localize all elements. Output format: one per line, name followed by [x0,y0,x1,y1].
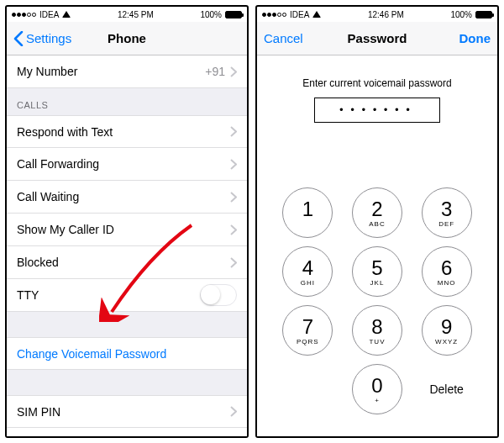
row-label: SIM PIN [17,405,230,419]
row-call-forwarding[interactable]: Call Forwarding [7,148,247,181]
row-blocked[interactable]: Blocked [7,246,247,279]
row-label: TTY [17,288,200,302]
row-label: Call Waiting [17,190,230,203]
key-3[interactable]: 3DEF [422,187,472,238]
nav-bar: Settings Phone [7,22,247,55]
key-2[interactable]: 2ABC [352,187,402,238]
tty-toggle[interactable] [200,284,237,306]
password-content: Enter current voicemail password •••••••… [257,55,497,436]
password-mask: ••••••• [339,104,417,116]
row-label: Show My Caller ID [17,223,230,236]
key-5[interactable]: 5JKL [352,246,402,297]
key-6[interactable]: 6MNO [422,246,472,297]
row-sim-applications[interactable]: SIM Applications [7,428,247,436]
row-label: Respond with Text [17,125,230,139]
row-change-voicemail-password[interactable]: Change Voicemail Password [7,337,247,370]
carrier-label: IDEA [39,10,59,19]
chevron-right-icon [230,224,237,235]
key-delete[interactable]: Delete [422,364,472,414]
battery-icon [475,11,492,18]
key-1[interactable]: 1 [282,187,333,238]
signal-icon [12,13,36,17]
chevron-right-icon [230,257,237,268]
wifi-icon [312,11,321,18]
row-label: Call Forwarding [17,157,230,171]
section-header-calls: CALLS [7,88,247,115]
row-sim-pin[interactable]: SIM PIN [7,395,247,428]
row-label: Change Voicemail Password [17,347,237,361]
chevron-right-icon [230,406,237,417]
carrier-label: IDEA [290,10,309,19]
settings-list: My Number +91 CALLS Respond with Text Ca… [7,55,247,436]
page-title: Phone [108,31,146,45]
battery-icon [225,11,242,18]
row-show-caller-id[interactable]: Show My Caller ID [7,214,247,246]
key-7[interactable]: 7PQRS [282,305,333,356]
done-label: Done [459,31,491,45]
wifi-icon [62,11,71,18]
cancel-label: Cancel [264,31,303,45]
chevron-right-icon [230,66,237,77]
chevron-right-icon [230,192,237,203]
chevron-right-icon [230,159,237,170]
cancel-button[interactable]: Cancel [257,22,310,55]
page-title: Password [348,31,407,45]
phone-password-screen: IDEA 12:46 PM 100% Cancel Password Done … [255,5,499,438]
row-call-waiting[interactable]: Call Waiting [7,181,247,214]
nav-bar: Cancel Password Done [257,22,497,55]
row-my-number[interactable]: My Number +91 [7,55,247,88]
key-9[interactable]: 9WXYZ [422,305,472,356]
chevron-back-icon [13,31,24,46]
clock-label: 12:46 PM [368,10,404,19]
battery-pct: 100% [200,10,222,19]
row-label: Blocked [17,256,230,269]
back-label: Settings [26,31,71,45]
back-button[interactable]: Settings [7,22,78,55]
status-bar: IDEA 12:45 PM 100% [7,7,247,22]
row-respond-with-text[interactable]: Respond with Text [7,115,247,148]
keypad-spacer [282,364,333,414]
signal-icon [262,13,286,17]
password-field[interactable]: ••••••• [314,98,440,123]
row-label: My Number [17,65,205,78]
password-prompt: Enter current voicemail password [257,77,497,89]
battery-pct: 100% [450,10,472,19]
key-0[interactable]: 0+ [352,364,402,414]
done-button[interactable]: Done [453,22,498,55]
phone-settings-screen: IDEA 12:45 PM 100% Settings Phone My Num… [5,5,249,438]
row-tty: TTY [7,279,247,312]
row-detail: +91 [205,65,225,78]
key-8[interactable]: 8TUV [352,305,402,356]
chevron-right-icon [230,126,237,137]
status-bar: IDEA 12:46 PM 100% [257,7,497,22]
number-keypad: 1 2ABC 3DEF 4GHI 5JKL 6MNO 7PQRS 8TUV 9W… [257,187,497,436]
clock-label: 12:45 PM [118,10,154,19]
key-4[interactable]: 4GHI [282,246,333,297]
